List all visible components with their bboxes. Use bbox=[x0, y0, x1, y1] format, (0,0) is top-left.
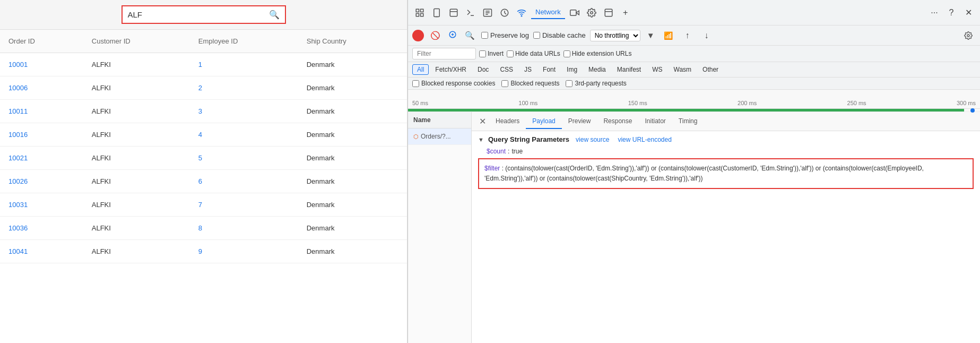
timeline-labels: 50 ms100 ms150 ms200 ms250 ms300 ms bbox=[412, 100, 976, 108]
cell-employee-id[interactable]: 5 bbox=[190, 147, 298, 170]
view-encoded-button[interactable]: view URL-encoded bbox=[615, 136, 673, 143]
blocked-requests-checkbox[interactable] bbox=[501, 80, 508, 87]
performance-icon[interactable] bbox=[497, 5, 512, 20]
cell-ship-country: Denmark bbox=[298, 147, 407, 170]
type-filter-ws[interactable]: WS bbox=[647, 64, 667, 75]
inspect-icon[interactable] bbox=[412, 5, 427, 20]
record-button[interactable] bbox=[412, 30, 424, 41]
network-toolbar: 🚫 🔍 Preserve log Disable cache No thrott… bbox=[408, 25, 980, 46]
ellipsis-text: ··· bbox=[931, 8, 938, 18]
type-filter-img[interactable]: Img bbox=[562, 64, 582, 75]
devtools-panel: Network + ··· ? ✕ 🚫 🔍 bbox=[407, 0, 980, 343]
cell-order-id[interactable]: 10016 bbox=[0, 123, 83, 147]
recorder-icon[interactable] bbox=[567, 5, 582, 20]
hide-extension-urls-label[interactable]: Hide extension URLs bbox=[563, 50, 632, 57]
blocked-response-cookies-checkbox[interactable] bbox=[412, 80, 419, 87]
cell-employee-id[interactable]: 1 bbox=[190, 53, 298, 76]
more-icon[interactable]: ··· bbox=[927, 5, 942, 20]
disable-cache-label[interactable]: Disable cache bbox=[533, 31, 586, 39]
preserve-log-label[interactable]: Preserve log bbox=[481, 31, 529, 39]
invert-checkbox[interactable] bbox=[479, 50, 486, 57]
svg-point-22 bbox=[967, 35, 969, 37]
svg-rect-4 bbox=[434, 8, 440, 16]
cell-employee-id[interactable]: 4 bbox=[190, 123, 298, 147]
filter-input[interactable] bbox=[412, 48, 476, 59]
type-filter-doc[interactable]: Doc bbox=[473, 64, 493, 75]
type-filter-media[interactable]: Media bbox=[584, 64, 611, 75]
progress-blue-dot bbox=[970, 108, 975, 113]
cell-order-id[interactable]: 10041 bbox=[0, 240, 83, 263]
payload-close-button[interactable]: ✕ bbox=[476, 115, 489, 127]
throttle-select[interactable]: No throttling bbox=[590, 30, 640, 41]
cell-order-id[interactable]: 10006 bbox=[0, 76, 83, 100]
type-filter-wasm[interactable]: Wasm bbox=[669, 64, 697, 75]
console-icon[interactable] bbox=[463, 5, 478, 20]
disable-cache-checkbox[interactable] bbox=[533, 32, 540, 39]
cell-employee-id[interactable]: 7 bbox=[190, 193, 298, 217]
type-filter-manifest[interactable]: Manifest bbox=[612, 64, 646, 75]
dock-icon[interactable] bbox=[601, 5, 616, 20]
blocked-requests-label[interactable]: Blocked requests bbox=[501, 80, 559, 87]
clear-button[interactable]: 🚫 bbox=[428, 30, 443, 41]
tab-response[interactable]: Response bbox=[597, 114, 638, 129]
cell-customer-id: ALFKI bbox=[83, 217, 190, 240]
tab-headers[interactable]: Headers bbox=[489, 114, 526, 129]
device-icon[interactable] bbox=[429, 5, 444, 20]
elements-icon[interactable] bbox=[446, 5, 461, 20]
view-source-button[interactable]: view source bbox=[574, 136, 611, 143]
third-party-requests-label[interactable]: 3rd-party requests bbox=[566, 80, 626, 87]
settings-network-icon[interactable] bbox=[961, 28, 976, 43]
collapse-arrow[interactable]: ▼ bbox=[478, 136, 484, 143]
name-item-orders[interactable]: ⬡ Orders/?... bbox=[408, 128, 471, 145]
search-input[interactable] bbox=[128, 10, 269, 19]
blocked-requests-text: Blocked requests bbox=[510, 80, 559, 87]
search-bar-row: 🔍 bbox=[0, 0, 407, 30]
hide-data-urls-label[interactable]: Hide data URLs bbox=[507, 50, 560, 57]
type-filter-font[interactable]: Font bbox=[538, 64, 560, 75]
tab-preview[interactable]: Preview bbox=[562, 114, 597, 129]
cell-employee-id[interactable]: 8 bbox=[190, 217, 298, 240]
cell-employee-id[interactable]: 3 bbox=[190, 100, 298, 123]
search-icon-button[interactable]: 🔍 bbox=[269, 10, 280, 20]
sources-icon[interactable] bbox=[480, 5, 495, 20]
wifi-icon[interactable] bbox=[514, 5, 529, 20]
network-tab[interactable]: Network bbox=[531, 6, 565, 19]
preserve-log-checkbox[interactable] bbox=[481, 32, 488, 39]
upload-icon[interactable]: ↑ bbox=[680, 28, 695, 43]
search-network-button[interactable]: 🔍 bbox=[463, 30, 477, 41]
cell-employee-id[interactable]: 2 bbox=[190, 76, 298, 100]
tab-payload[interactable]: Payload bbox=[526, 114, 561, 129]
hide-extension-urls-checkbox[interactable] bbox=[563, 50, 570, 57]
help-icon[interactable]: ? bbox=[944, 5, 959, 20]
type-filter-js[interactable]: JS bbox=[519, 64, 536, 75]
main-content: Name ⬡ Orders/?... ✕ Headers Payload Pre… bbox=[408, 112, 980, 343]
cell-order-id[interactable]: 10011 bbox=[0, 100, 83, 123]
close-icon[interactable]: ✕ bbox=[961, 5, 976, 20]
download-icon[interactable]: ↓ bbox=[699, 28, 714, 43]
hide-data-urls-checkbox[interactable] bbox=[507, 50, 514, 57]
cell-order-id[interactable]: 10021 bbox=[0, 147, 83, 170]
cell-order-id[interactable]: 10001 bbox=[0, 53, 83, 76]
invert-label[interactable]: Invert bbox=[479, 50, 504, 57]
svg-rect-0 bbox=[416, 9, 419, 12]
cell-order-id[interactable]: 10031 bbox=[0, 193, 83, 217]
type-filter-fetch-xhr[interactable]: Fetch/XHR bbox=[430, 64, 471, 75]
third-party-requests-text: 3rd-party requests bbox=[575, 80, 626, 87]
col-header-customer-id: Customer ID bbox=[83, 30, 190, 53]
tab-timing[interactable]: Timing bbox=[672, 114, 704, 129]
wifi-network-icon[interactable]: 📶 bbox=[661, 28, 676, 43]
type-filter-all[interactable]: All bbox=[412, 64, 429, 75]
filter-toggle-button[interactable] bbox=[447, 30, 458, 41]
cell-order-id[interactable]: 10026 bbox=[0, 170, 83, 193]
cell-employee-id[interactable]: 6 bbox=[190, 170, 298, 193]
tab-initiator[interactable]: Initiator bbox=[638, 114, 672, 129]
type-filter-other[interactable]: Other bbox=[698, 64, 723, 75]
blocked-response-cookies-label[interactable]: Blocked response cookies bbox=[412, 80, 495, 87]
settings-icon[interactable] bbox=[584, 5, 599, 20]
type-filter-css[interactable]: CSS bbox=[495, 64, 518, 75]
throttle-icon[interactable]: ▼ bbox=[645, 30, 657, 41]
cell-order-id[interactable]: 10036 bbox=[0, 217, 83, 240]
add-tab-icon[interactable]: + bbox=[618, 5, 633, 20]
cell-employee-id[interactable]: 9 bbox=[190, 240, 298, 263]
third-party-requests-checkbox[interactable] bbox=[566, 80, 573, 87]
